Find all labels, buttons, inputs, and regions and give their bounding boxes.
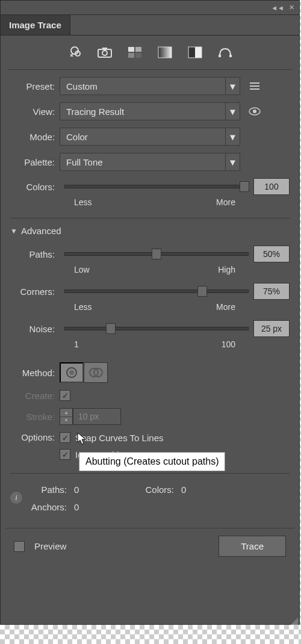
min-label: 1	[74, 339, 79, 349]
auto-preset-icon[interactable]	[65, 45, 84, 60]
method-abutting-button[interactable]	[60, 362, 84, 383]
svg-point-21	[69, 370, 74, 375]
chevron-down-icon: ▼	[225, 78, 240, 94]
close-icon[interactable]: ✕	[289, 4, 294, 11]
stroke-value: 10 px	[73, 408, 121, 425]
svg-rect-7	[128, 53, 134, 58]
max-label: More	[216, 302, 235, 312]
eye-icon[interactable]	[246, 107, 263, 116]
colors-label: Colors:	[10, 182, 60, 192]
grays-preset-icon[interactable]	[155, 45, 175, 60]
svg-rect-5	[128, 47, 134, 52]
max-label: More	[216, 197, 235, 207]
triangle-down-icon: ▼	[10, 227, 17, 235]
chevron-down-icon: ▼	[225, 153, 240, 170]
method-label: Method:	[10, 368, 60, 378]
palette-label: Palette:	[10, 157, 60, 167]
max-label: 100	[222, 339, 235, 349]
options-label: Options:	[10, 432, 60, 442]
min-label: Less	[74, 197, 92, 207]
corners-label: Corners:	[10, 286, 60, 297]
svg-rect-4	[102, 48, 107, 50]
svg-rect-14	[229, 55, 232, 57]
view-label: View:	[10, 107, 60, 117]
advanced-toggle[interactable]: ▼Advanced	[10, 226, 290, 236]
stat-paths-value: 0	[74, 485, 134, 495]
info-icon: i	[10, 492, 22, 504]
stat-anchors-label: Anchors:	[29, 502, 67, 512]
svg-rect-10	[188, 47, 195, 58]
min-label: Low	[74, 265, 90, 274]
svg-rect-8	[135, 53, 141, 58]
stat-colors-label: Colors:	[134, 485, 174, 495]
preset-dropdown[interactable]: Custom▼	[60, 77, 240, 95]
palette-dropdown[interactable]: Full Tone▼	[60, 153, 240, 171]
stat-colors-value: 0	[181, 485, 186, 495]
preview-checkbox[interactable]	[14, 541, 25, 552]
ignore-white-checkbox[interactable]	[60, 449, 70, 460]
svg-point-19	[253, 110, 256, 113]
paths-label: Paths:	[10, 249, 60, 259]
preset-label: Preset:	[10, 81, 60, 91]
preview-label: Preview	[34, 541, 66, 551]
stat-paths-label: Paths:	[29, 485, 67, 495]
snap-curves-checkbox[interactable]	[60, 432, 70, 443]
corners-slider[interactable]	[64, 289, 249, 293]
resize-handle[interactable]: ◢	[291, 618, 298, 623]
svg-rect-9	[158, 47, 172, 58]
noise-slider[interactable]	[64, 327, 249, 330]
chevron-down-icon: ▼	[225, 128, 240, 145]
collapse-icon[interactable]: ◄◄	[271, 4, 284, 11]
outline-preset-icon[interactable]	[216, 45, 235, 60]
noise-label: Noise:	[10, 324, 60, 334]
stat-anchors-value: 0	[74, 502, 79, 512]
panel-tab[interactable]: Image Trace	[1, 15, 70, 35]
max-label: High	[218, 265, 235, 274]
mode-dropdown[interactable]: Color▼	[60, 128, 240, 146]
svg-rect-13	[219, 55, 221, 57]
stroke-label: Stroke:	[10, 412, 60, 422]
svg-point-0	[71, 47, 78, 54]
colors-preset-icon[interactable]	[125, 45, 144, 60]
tooltip: Abutting (Creates cutout paths)	[79, 452, 225, 471]
paths-slider[interactable]	[64, 252, 249, 256]
stroke-stepper[interactable]: ▲▼	[60, 408, 73, 425]
svg-rect-11	[195, 47, 202, 58]
colors-slider[interactable]	[64, 185, 249, 188]
mode-label: Mode:	[10, 132, 60, 142]
svg-point-3	[102, 51, 107, 55]
noise-value[interactable]: 25 px	[253, 320, 290, 337]
cursor-icon	[76, 432, 88, 446]
create-label: Create:	[10, 391, 60, 401]
view-dropdown[interactable]: Tracing Result▼	[60, 102, 240, 120]
colors-value[interactable]: 100	[253, 178, 290, 195]
corners-value[interactable]: 75%	[253, 283, 290, 300]
paths-value[interactable]: 50%	[253, 246, 290, 262]
trace-button[interactable]: Trace	[219, 536, 286, 557]
create-fills-checkbox[interactable]	[60, 390, 70, 401]
photo-preset-icon[interactable]	[95, 45, 114, 60]
preset-menu-icon[interactable]	[246, 82, 263, 90]
min-label: Less	[74, 302, 92, 312]
chevron-down-icon: ▼	[225, 103, 240, 120]
bw-preset-icon[interactable]	[185, 45, 205, 60]
svg-rect-6	[135, 47, 141, 52]
method-overlapping-button[interactable]	[84, 362, 108, 383]
